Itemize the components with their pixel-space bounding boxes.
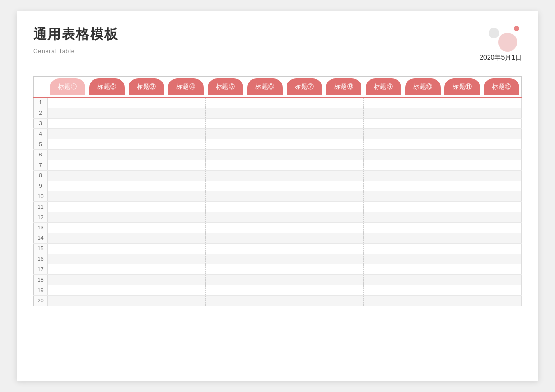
cell-r7-c5[interactable]: [206, 160, 245, 170]
cell-r8-c1[interactable]: [48, 170, 87, 181]
cell-r2-c9[interactable]: [364, 108, 403, 118]
cell-r8-c5[interactable]: [206, 170, 245, 181]
cell-r20-c10[interactable]: [403, 295, 443, 306]
cell-r13-c10[interactable]: [403, 222, 443, 233]
cell-r6-c5[interactable]: [206, 149, 245, 160]
cell-r5-c4[interactable]: [166, 139, 205, 149]
cell-r20-c7[interactable]: [285, 295, 324, 306]
cell-r7-c1[interactable]: [48, 160, 87, 170]
cell-r19-c3[interactable]: [127, 285, 166, 295]
cell-r4-c5[interactable]: [206, 128, 245, 139]
cell-r2-c2[interactable]: [87, 108, 127, 118]
cell-r5-c2[interactable]: [87, 139, 127, 149]
cell-r6-c2[interactable]: [87, 149, 127, 160]
cell-r5-c6[interactable]: [245, 139, 285, 149]
cell-r13-c3[interactable]: [127, 222, 166, 233]
cell-r1-c11[interactable]: [443, 97, 482, 108]
cell-r6-c1[interactable]: [48, 149, 87, 160]
cell-r2-c10[interactable]: [403, 108, 443, 118]
cell-r16-c10[interactable]: [403, 254, 443, 264]
cell-r5-c3[interactable]: [127, 139, 166, 149]
cell-r5-c1[interactable]: [48, 139, 87, 149]
cell-r17-c12[interactable]: [482, 264, 521, 274]
cell-r15-c9[interactable]: [364, 243, 403, 254]
cell-r3-c5[interactable]: [206, 118, 245, 128]
cell-r14-c6[interactable]: [245, 233, 285, 243]
cell-r1-c6[interactable]: [245, 97, 285, 108]
cell-r4-c10[interactable]: [403, 128, 443, 139]
cell-r17-c9[interactable]: [364, 264, 403, 274]
cell-r4-c3[interactable]: [127, 128, 166, 139]
cell-r20-c4[interactable]: [166, 295, 205, 306]
cell-r12-c11[interactable]: [443, 212, 482, 222]
cell-r7-c3[interactable]: [127, 160, 166, 170]
cell-r12-c3[interactable]: [127, 212, 166, 222]
cell-r20-c12[interactable]: [482, 295, 521, 306]
cell-r3-c6[interactable]: [245, 118, 285, 128]
cell-r15-c7[interactable]: [285, 243, 324, 254]
cell-r10-c2[interactable]: [87, 191, 127, 201]
cell-r16-c5[interactable]: [206, 254, 245, 264]
cell-r20-c9[interactable]: [364, 295, 403, 306]
cell-r5-c10[interactable]: [403, 139, 443, 149]
cell-r1-c10[interactable]: [403, 97, 443, 108]
cell-r7-c4[interactable]: [166, 160, 205, 170]
cell-r3-c4[interactable]: [166, 118, 205, 128]
cell-r18-c10[interactable]: [403, 274, 443, 285]
cell-r5-c8[interactable]: [324, 139, 363, 149]
cell-r14-c9[interactable]: [364, 233, 403, 243]
cell-r20-c8[interactable]: [324, 295, 363, 306]
cell-r1-c2[interactable]: [87, 97, 127, 108]
cell-r2-c1[interactable]: [48, 108, 87, 118]
cell-r2-c7[interactable]: [285, 108, 324, 118]
cell-r10-c9[interactable]: [364, 191, 403, 201]
cell-r18-c3[interactable]: [127, 274, 166, 285]
cell-r4-c7[interactable]: [285, 128, 324, 139]
cell-r5-c7[interactable]: [285, 139, 324, 149]
cell-r16-c6[interactable]: [245, 254, 285, 264]
cell-r6-c4[interactable]: [166, 149, 205, 160]
cell-r17-c4[interactable]: [166, 264, 205, 274]
cell-r15-c2[interactable]: [87, 243, 127, 254]
cell-r18-c12[interactable]: [482, 274, 521, 285]
cell-r16-c11[interactable]: [443, 254, 482, 264]
cell-r10-c10[interactable]: [403, 191, 443, 201]
cell-r12-c8[interactable]: [324, 212, 363, 222]
cell-r2-c5[interactable]: [206, 108, 245, 118]
cell-r8-c3[interactable]: [127, 170, 166, 181]
cell-r6-c11[interactable]: [443, 149, 482, 160]
cell-r3-c7[interactable]: [285, 118, 324, 128]
cell-r2-c6[interactable]: [245, 108, 285, 118]
cell-r10-c12[interactable]: [482, 191, 521, 201]
cell-r8-c8[interactable]: [324, 170, 363, 181]
cell-r5-c12[interactable]: [482, 139, 521, 149]
cell-r2-c4[interactable]: [166, 108, 205, 118]
cell-r12-c4[interactable]: [166, 212, 205, 222]
cell-r15-c12[interactable]: [482, 243, 521, 254]
cell-r3-c9[interactable]: [364, 118, 403, 128]
cell-r5-c11[interactable]: [443, 139, 482, 149]
cell-r19-c2[interactable]: [87, 285, 127, 295]
cell-r19-c5[interactable]: [206, 285, 245, 295]
cell-r1-c3[interactable]: [127, 97, 166, 108]
cell-r20-c11[interactable]: [443, 295, 482, 306]
cell-r4-c6[interactable]: [245, 128, 285, 139]
cell-r18-c6[interactable]: [245, 274, 285, 285]
cell-r14-c2[interactable]: [87, 233, 127, 243]
cell-r9-c5[interactable]: [206, 181, 245, 191]
cell-r17-c7[interactable]: [285, 264, 324, 274]
cell-r8-c11[interactable]: [443, 170, 482, 181]
cell-r10-c4[interactable]: [166, 191, 205, 201]
cell-r10-c11[interactable]: [443, 191, 482, 201]
cell-r16-c2[interactable]: [87, 254, 127, 264]
cell-r3-c8[interactable]: [324, 118, 363, 128]
cell-r6-c6[interactable]: [245, 149, 285, 160]
cell-r9-c3[interactable]: [127, 181, 166, 191]
cell-r9-c12[interactable]: [482, 181, 521, 191]
cell-r9-c2[interactable]: [87, 181, 127, 191]
cell-r7-c6[interactable]: [245, 160, 285, 170]
cell-r11-c6[interactable]: [245, 201, 285, 212]
cell-r7-c11[interactable]: [443, 160, 482, 170]
cell-r17-c5[interactable]: [206, 264, 245, 274]
cell-r11-c1[interactable]: [48, 201, 87, 212]
